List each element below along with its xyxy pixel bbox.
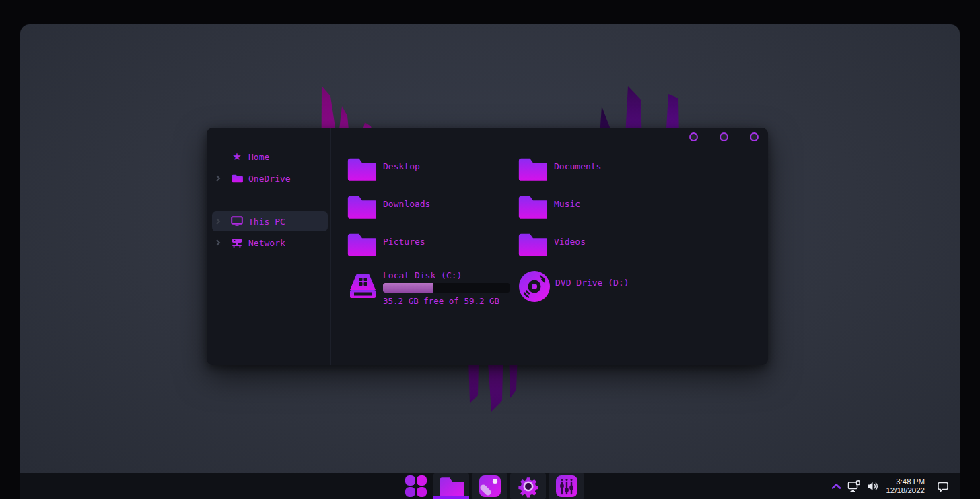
folder-icon xyxy=(347,231,376,256)
active-app-indicator xyxy=(433,496,469,499)
dvd-drive-tile[interactable]: DVD Drive (D:) xyxy=(518,270,629,303)
folder-icon xyxy=(347,194,376,219)
folder-label: Pictures xyxy=(383,237,425,247)
tray-chevron-up-icon[interactable] xyxy=(831,483,841,490)
drive-label: Local Disk (C:) xyxy=(383,270,510,280)
folder-icon xyxy=(230,174,244,183)
gear-icon xyxy=(517,475,540,498)
sidebar-item-label: Home xyxy=(248,152,269,162)
network-icon xyxy=(230,238,244,248)
taskbar-settings[interactable] xyxy=(510,473,546,499)
hard-drive-icon xyxy=(347,270,379,303)
disk-usage-bar xyxy=(383,283,510,293)
tray-speaker-icon[interactable] xyxy=(866,481,879,492)
chevron-right-icon[interactable] xyxy=(215,174,225,182)
folder-tile-videos[interactable]: Videos xyxy=(518,231,586,256)
navigation-pane: ★ Home OneDrive xyxy=(207,128,331,365)
sidebar-item-network[interactable]: Network xyxy=(212,233,328,253)
disk-usage-text: 35.2 GB free of 59.2 GB xyxy=(383,296,510,306)
folder-tile-music[interactable]: Music xyxy=(518,194,580,219)
sidebar-item-onedrive[interactable]: OneDrive xyxy=(212,168,328,188)
start-button[interactable] xyxy=(401,473,431,499)
tray-time: 3:48 PM xyxy=(886,477,925,486)
file-explorer-window: ★ Home OneDrive xyxy=(207,128,768,365)
sliders-icon xyxy=(555,475,578,498)
taskbar-apps xyxy=(401,473,584,499)
taskbar-file-explorer[interactable] xyxy=(433,473,469,499)
folder-icon xyxy=(439,475,464,497)
folder-label: Desktop xyxy=(383,161,420,171)
desktop-surface[interactable]: ★ Home OneDrive xyxy=(20,24,960,473)
folder-label: Music xyxy=(554,199,580,209)
tray-network-icon[interactable] xyxy=(847,480,862,492)
system-tray: 3:48 PM 12/18/2022 xyxy=(831,473,960,499)
folder-tile-desktop[interactable]: Desktop xyxy=(347,156,420,181)
sidebar-item-label: OneDrive xyxy=(248,174,291,184)
folder-label: Documents xyxy=(554,161,601,171)
folder-icon xyxy=(347,156,376,181)
folder-icon xyxy=(518,194,547,219)
folder-icon xyxy=(518,156,547,181)
taskbar-mixer[interactable] xyxy=(549,473,584,499)
photos-icon xyxy=(479,475,501,498)
local-disk-tile[interactable]: Local Disk (C:) 35.2 GB free of 59.2 GB xyxy=(347,270,510,306)
dvd-disc-icon xyxy=(518,270,551,303)
sidebar-item-this-pc[interactable]: This PC xyxy=(212,211,328,231)
folder-tile-downloads[interactable]: Downloads xyxy=(347,194,430,219)
star-icon: ★ xyxy=(230,152,244,162)
taskbar-photos[interactable] xyxy=(472,473,508,499)
drive-label: DVD Drive (D:) xyxy=(555,278,629,303)
tray-date: 12/18/2022 xyxy=(886,486,925,495)
disk-usage-fill xyxy=(383,283,433,293)
sidebar-item-home[interactable]: ★ Home xyxy=(212,147,328,167)
folder-tile-pictures[interactable]: Pictures xyxy=(347,231,425,256)
clover-start-icon xyxy=(405,475,427,497)
notification-icon[interactable] xyxy=(937,481,949,492)
disk-info: Local Disk (C:) 35.2 GB free of 59.2 GB xyxy=(383,270,510,306)
folder-icon xyxy=(518,231,547,256)
sidebar-item-label: This PC xyxy=(248,217,285,227)
tray-clock[interactable]: 3:48 PM 12/18/2022 xyxy=(886,477,925,495)
folder-label: Videos xyxy=(554,237,586,247)
folder-label: Downloads xyxy=(383,199,430,209)
folder-view: Desktop Documents Downloads Music Pictur… xyxy=(332,128,768,365)
taskbar: 3:48 PM 12/18/2022 xyxy=(20,473,960,499)
sidebar-separator xyxy=(213,200,326,200)
chevron-right-icon[interactable] xyxy=(215,217,225,225)
folder-tile-documents[interactable]: Documents xyxy=(518,156,601,181)
chevron-right-icon[interactable] xyxy=(215,239,225,247)
sidebar-item-label: Network xyxy=(248,238,285,248)
monitor-icon xyxy=(230,216,244,227)
